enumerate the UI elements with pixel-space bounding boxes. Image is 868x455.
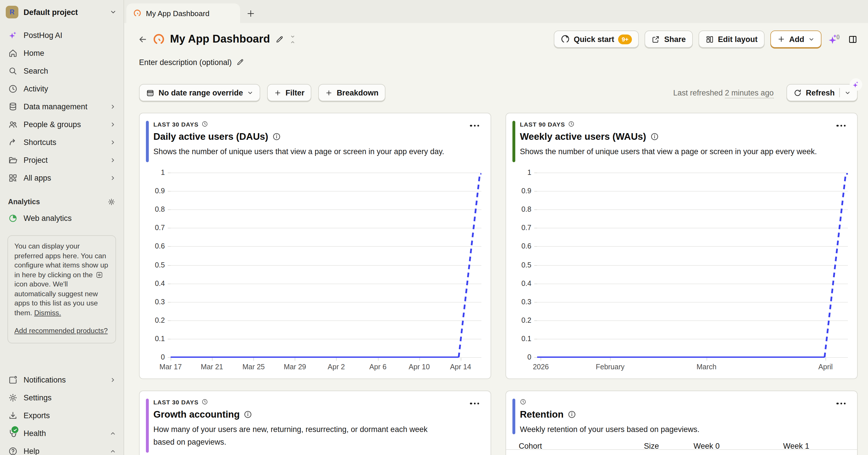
chevron-up-icon [110,448,116,454]
new-tab-button[interactable] [240,3,261,23]
quick-start-button[interactable]: Quick start 9+ [554,30,639,48]
sidebar-item-web-analytics[interactable]: Web analytics [0,209,124,227]
folder-icon [8,155,18,165]
breakdown-button[interactable]: Breakdown [318,84,385,101]
chevron-right-icon [110,377,116,383]
add-button[interactable]: Add [770,30,822,48]
sidebar-item-project[interactable]: Project [0,151,124,169]
chevron-down-icon[interactable] [844,89,851,96]
last-refreshed-time: 2 minutes ago [725,88,774,98]
dismiss-link[interactable]: Dismiss. [34,309,61,317]
add-recommended-products-link[interactable]: Add recommended products? [14,326,108,336]
sidebar-item-people-groups[interactable]: People & groups [0,116,124,134]
layout-grid-icon [705,35,714,44]
card-period-badge: LAST 30 DAYS [153,120,465,128]
card-period-badge [520,398,832,405]
date-range-button[interactable]: No date range override [139,84,260,101]
card-header: LAST 30 DAYS Growth accounting How many … [140,391,491,453]
edit-layout-button[interactable]: Edit layout [698,30,764,48]
info-icon[interactable] [272,132,281,141]
sidebar-item-search[interactable]: Search [0,62,124,80]
plus-icon [325,89,333,96]
sidebar-item-label: Search [24,67,48,75]
project-switcher[interactable]: R Default project [0,0,124,24]
dashboard-description[interactable]: Enter description (optional) [139,56,244,68]
share-icon [651,35,660,44]
sidebar-item-activity[interactable]: Activity [0,80,124,98]
quick-start-gauge-icon [560,34,569,44]
project-avatar: R [6,6,19,19]
sidebar-item-label: Home [24,49,44,58]
card-description: Weekly retention of your users based on … [520,423,832,436]
clock-icon [520,399,526,405]
quick-start-label: Quick start [574,35,614,44]
breakdown-label: Breakdown [337,88,378,97]
sidebar-item-label: Health [24,429,46,438]
info-icon[interactable] [650,132,659,141]
sidebar-item-data-management[interactable]: Data management [0,98,124,116]
card-header: LAST 90 DAYS Weekly active users (WAUs) … [506,113,857,163]
people-icon [8,120,18,130]
card-menu-button[interactable] [468,122,482,129]
ai-sparkle-badge [849,78,862,91]
dashboard-toolbar: No date range override Filter Breakdown [139,84,858,101]
sidebar-item-label: Project [24,156,48,165]
notifications-icon [8,375,18,385]
tab-my-app-dashboard[interactable]: My App Dashboard [126,3,240,23]
search-icon [8,66,18,76]
card-menu-button[interactable] [468,400,482,407]
clock-icon [202,121,208,127]
dashboard-page: My App Dashboard Quick start 9+ [124,23,868,455]
refresh-icon [793,88,802,97]
sidebar-item-notifications[interactable]: Notifications [0,371,124,389]
sidebar-item-health[interactable]: Health [0,425,124,442]
info-icon[interactable] [567,410,576,419]
info-icon[interactable] [244,410,252,419]
column-header-week1: Week 1 [783,442,809,450]
project-name: Default project [24,8,78,17]
back-arrow-icon[interactable] [138,34,148,44]
info-text: You can display your preferred apps here… [14,242,108,279]
column-header-week0: Week 0 [693,442,719,450]
dashboard-gauge-icon [133,9,141,17]
apps-info-box: You can display your preferred apps here… [7,235,116,343]
chevron-right-icon [110,104,116,110]
tab-bar: My App Dashboard [124,0,868,23]
svg-text:{}: {} [836,34,840,39]
shortcut-arrow-icon [8,138,18,147]
sidebar-item-label: Notifications [24,376,66,384]
card-accent-bar [146,399,149,453]
refresh-button[interactable]: Refresh [786,84,858,101]
gear-icon [96,271,103,278]
apps-grid-icon [8,173,18,183]
sidebar-item-all-apps[interactable]: All apps [0,169,124,187]
collapse-vertical-icon[interactable] [289,35,297,44]
edit-title-pencil-icon[interactable] [275,35,284,44]
date-range-label: No date range override [159,88,243,97]
card-title: Daily active users (DAUs) [153,131,465,142]
plus-icon [274,89,281,96]
help-icon [8,446,18,455]
sidebar-item-posthog-ai[interactable]: PostHog AI [0,26,124,44]
card-menu-button[interactable] [834,122,848,129]
plus-icon [777,35,785,43]
dashboard-gauge-icon [153,33,165,45]
filter-button[interactable]: Filter [267,84,311,101]
side-panel-toggle-icon[interactable] [848,34,858,44]
sidebar-item-exports[interactable]: Exports [0,407,124,425]
dau-line-chart: 00.10.20.30.40.50.60.70.80.91Mar 17Mar 2… [148,169,484,374]
sidebar-item-shortcuts[interactable]: Shortcuts [0,134,124,151]
sidebar-item-label: Activity [24,85,48,93]
sidebar-item-settings[interactable]: Settings [0,389,124,407]
download-icon [8,411,18,421]
gear-icon[interactable] [107,198,116,206]
analytics-section-header: Analytics [0,194,124,209]
share-button[interactable]: Share [645,30,692,48]
sidebar-item-help[interactable]: Help [0,442,124,455]
page-header: My App Dashboard Quick start 9+ [138,29,858,50]
card-header: LAST 30 DAYS Daily active users (DAUs) S… [140,113,491,163]
card-menu-button[interactable] [834,400,848,407]
sidebar-item-home[interactable]: Home [0,44,124,62]
sidebar: R Default project PostHog AI Home [0,0,124,455]
ai-json-sparkle-icon[interactable]: {} [827,33,842,46]
